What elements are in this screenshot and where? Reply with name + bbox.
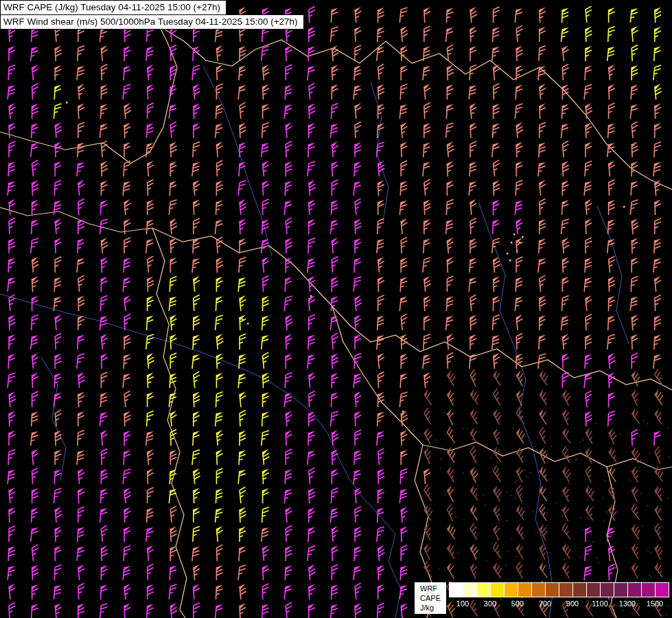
map-title-windshear: WRF Wind shear (m/s) 500/1000hPa Tuesday… [0, 14, 304, 30]
legend-swatch [477, 583, 490, 597]
legend-tick: 300 [484, 599, 496, 608]
legend-swatch [614, 583, 627, 597]
legend-label-line3: J/kg [420, 603, 441, 613]
legend-scale: 100300500700900110013001500 [449, 582, 669, 614]
legend-swatch [642, 583, 655, 597]
legend-label-line2: CAPE [420, 593, 441, 603]
legend-swatch [518, 583, 531, 597]
legend-swatch [450, 583, 463, 597]
legend-swatch [546, 583, 559, 597]
legend-swatch [573, 583, 586, 597]
legend-color-bar [449, 582, 669, 597]
legend-swatch [628, 583, 641, 597]
legend-swatch [491, 583, 504, 597]
legend-tick: 100 [456, 599, 469, 608]
legend-swatch [587, 583, 600, 597]
legend-tick: 1300 [619, 599, 636, 608]
cape-legend: WRF CAPE J/kg 10030050070090011001300150… [415, 582, 669, 614]
legend-tick: 500 [511, 599, 524, 608]
legend-swatch [505, 583, 518, 597]
legend-swatch [559, 583, 572, 597]
title-box: WRF CAPE (J/kg) Tuesday 04-11-2025 15:00… [0, 0, 304, 30]
legend-tick: 700 [539, 599, 551, 608]
legend-tick: 900 [566, 599, 579, 608]
legend-swatch [656, 583, 669, 597]
legend-label: WRF CAPE J/kg [415, 582, 446, 614]
legend-swatch [601, 583, 614, 597]
weather-map: WRF CAPE (J/kg) Tuesday 04-11-2025 15:00… [0, 0, 672, 618]
legend-swatch [532, 583, 545, 597]
legend-tick-labels: 100300500700900110013001500 [449, 599, 669, 608]
legend-tick: 1100 [592, 599, 608, 608]
legend-tick: 1500 [647, 599, 663, 608]
weather-map-canvas [0, 0, 672, 618]
map-title-cape: WRF CAPE (J/kg) Tuesday 04-11-2025 15:00… [0, 0, 227, 15]
legend-label-line1: WRF [420, 584, 441, 593]
legend-swatch [463, 583, 476, 597]
